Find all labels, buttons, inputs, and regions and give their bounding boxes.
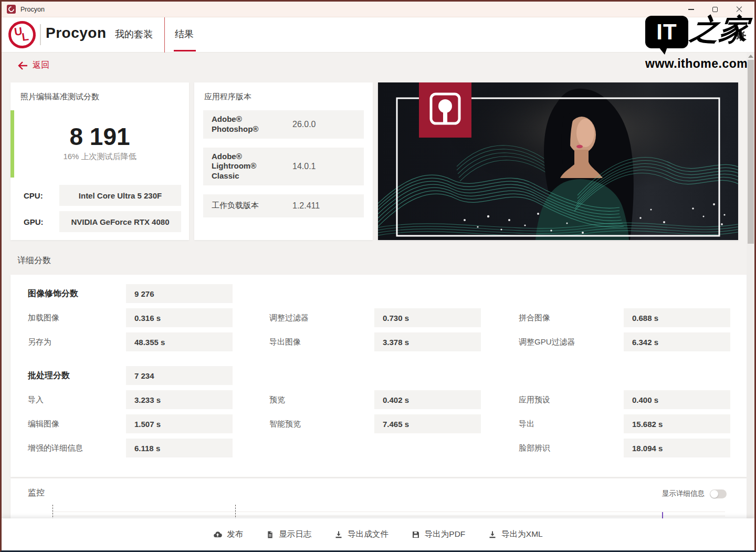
detail-row: 另存为 48.355 s 导出图像 3.378 s 调整GPU过滤器 6.342… bbox=[28, 332, 749, 351]
timing-value-box: 0.316 s bbox=[126, 308, 233, 327]
detail-row: 批处理分数 7 234 bbox=[28, 366, 749, 385]
version-row-lightroom: Adobe® Lightroom® Classic 14.0.1 bbox=[203, 148, 364, 185]
batch-score-group: 批处理分数 7 234 导入 3.233 s 预览 0.402 s 应用预设 0… bbox=[10, 366, 749, 457]
publish-button[interactable]: 发布 bbox=[213, 529, 243, 540]
procyon-window: Procyon U L Procyon 我的套装 结果 bbox=[0, 0, 756, 552]
benchmark-score-card: 照片编辑基准测试分数 8 191 16% 上次测试后降低 CPU: Intel … bbox=[10, 82, 189, 240]
chart-marker-line bbox=[235, 505, 236, 520]
hero-graphic bbox=[378, 82, 738, 240]
ul-logo: U L bbox=[7, 19, 38, 50]
detail-row: 图像修饰分数 9 276 bbox=[28, 284, 749, 303]
tab-my-suites[interactable]: 我的套装 bbox=[115, 28, 153, 40]
download-icon bbox=[488, 530, 497, 539]
gpu-value: NVIDIA GeForce RTX 4080 bbox=[59, 211, 181, 232]
cpu-value: Intel Core Ultra 5 230F bbox=[59, 185, 181, 206]
timing-value-box: 6.118 s bbox=[126, 439, 233, 457]
tab-divider bbox=[164, 17, 165, 53]
back-label: 返回 bbox=[33, 60, 49, 71]
procyon-app-icon bbox=[7, 5, 16, 14]
versions-card-title: 应用程序版本 bbox=[204, 92, 251, 102]
detail-row: 编辑图像 1.507 s 智能预览 7.465 s 导出 15.682 s bbox=[28, 414, 749, 433]
export-xml-button[interactable]: 导出为XML bbox=[488, 529, 542, 540]
document-icon bbox=[266, 530, 274, 539]
timing-value-box: 3.378 s bbox=[374, 332, 481, 351]
details-section-title: 详细分数 bbox=[17, 255, 51, 266]
export-file-button[interactable]: 导出成文件 bbox=[334, 529, 388, 540]
gpu-label: GPU: bbox=[24, 217, 59, 226]
timing-value-box: 0.402 s bbox=[374, 390, 481, 409]
show-details-toggle-row: 显示详细信息 bbox=[662, 489, 727, 498]
scrollbar-thumb[interactable] bbox=[748, 60, 754, 244]
active-tab-underline bbox=[174, 50, 196, 51]
detail-row: 加载图像 0.316 s 调整过滤器 0.730 s 拼合图像 0.688 s bbox=[28, 308, 749, 327]
close-button[interactable] bbox=[727, 2, 751, 17]
results-page: 返回 照片编辑基准测试分数 8 191 16% 上次测试后降低 CPU: Int… bbox=[2, 53, 754, 520]
timing-value-box: 0.688 s bbox=[624, 308, 730, 327]
detailed-scores-card: 图像修饰分数 9 276 加载图像 0.316 s 调整过滤器 0.730 s … bbox=[10, 275, 749, 477]
score-change-note: 16% 上次测试后降低 bbox=[10, 152, 189, 162]
benchmark-score: 8 191 bbox=[10, 122, 189, 151]
toggle-knob bbox=[710, 490, 718, 498]
procyon-badge bbox=[419, 82, 471, 138]
app-header: U L Procyon 我的套装 结果 bbox=[2, 17, 754, 53]
titlebar: Procyon bbox=[2, 2, 754, 17]
back-arrow-icon bbox=[17, 61, 28, 70]
gpu-row: GPU: NVIDIA GeForce RTX 4080 bbox=[24, 211, 181, 232]
app-versions-card: 应用程序版本 Adobe® Photoshop® 26.0.0 Adobe® L… bbox=[194, 82, 373, 240]
show-details-toggle[interactable] bbox=[710, 489, 727, 498]
score-value-box: 9 276 bbox=[126, 284, 233, 303]
timing-value-box: 3.233 s bbox=[126, 390, 233, 409]
timing-value-box: 48.355 s bbox=[126, 332, 233, 351]
brand-title: Procyon bbox=[46, 25, 107, 41]
tab-results[interactable]: 结果 bbox=[175, 28, 194, 40]
timing-value-box: 6.342 s bbox=[624, 332, 730, 351]
detail-row: 导入 3.233 s 预览 0.402 s 应用预设 0.400 s bbox=[28, 390, 749, 409]
timing-value-box: 0.730 s bbox=[374, 308, 481, 327]
cloud-upload-icon bbox=[213, 530, 222, 539]
version-row-workload: 工作负载版本 1.2.411 bbox=[203, 194, 364, 217]
minimize-button[interactable] bbox=[679, 2, 703, 17]
timing-value-box: 18.094 s bbox=[624, 439, 730, 457]
timing-value-box: 15.682 s bbox=[624, 414, 730, 433]
maximize-button[interactable] bbox=[703, 2, 727, 17]
cpu-row: CPU: Intel Core Ultra 5 230F bbox=[24, 185, 181, 206]
retouch-score-group: 图像修饰分数 9 276 加载图像 0.316 s 调整过滤器 0.730 s … bbox=[10, 284, 749, 351]
window-controls bbox=[679, 2, 751, 17]
score-value-box: 7 234 bbox=[126, 366, 233, 385]
export-pdf-button[interactable]: 导出为PDF bbox=[412, 529, 466, 540]
toggle-label: 显示详细信息 bbox=[662, 489, 705, 498]
hero-image bbox=[378, 82, 738, 240]
back-button[interactable]: 返回 bbox=[17, 60, 49, 71]
monitoring-card: 监控 显示详细信息 bbox=[10, 478, 749, 520]
timing-value-box: 0.400 s bbox=[624, 390, 730, 409]
detail-row: 增强的详细信息 6.118 s 脸部辨识 18.094 s bbox=[28, 439, 749, 457]
chart-marker-line bbox=[52, 505, 53, 520]
show-log-button[interactable]: 显示日志 bbox=[266, 529, 311, 540]
score-card-title: 照片编辑基准测试分数 bbox=[20, 92, 99, 102]
vertical-scrollbar[interactable] bbox=[747, 53, 754, 522]
gear-icon[interactable] bbox=[734, 29, 747, 42]
timing-value-box: 7.465 s bbox=[374, 414, 481, 433]
version-row-photoshop: Adobe® Photoshop® 26.0.0 bbox=[203, 110, 364, 139]
scroll-up-arrow[interactable] bbox=[748, 55, 753, 58]
download-icon bbox=[334, 530, 343, 539]
versions-list: Adobe® Photoshop® 26.0.0 Adobe® Lightroo… bbox=[203, 110, 364, 226]
brand-divider bbox=[40, 24, 41, 45]
chart-gridline bbox=[52, 512, 725, 512]
monitor-title: 监控 bbox=[28, 487, 45, 498]
save-icon bbox=[412, 530, 420, 539]
footer-toolbar: 发布 显示日志 导出成文件 导出为PDF bbox=[2, 518, 754, 550]
window-title: Procyon bbox=[20, 6, 45, 13]
cpu-label: CPU: bbox=[24, 191, 59, 200]
timing-value-box: 1.507 s bbox=[126, 414, 233, 433]
chart-gridline bbox=[52, 516, 725, 516]
